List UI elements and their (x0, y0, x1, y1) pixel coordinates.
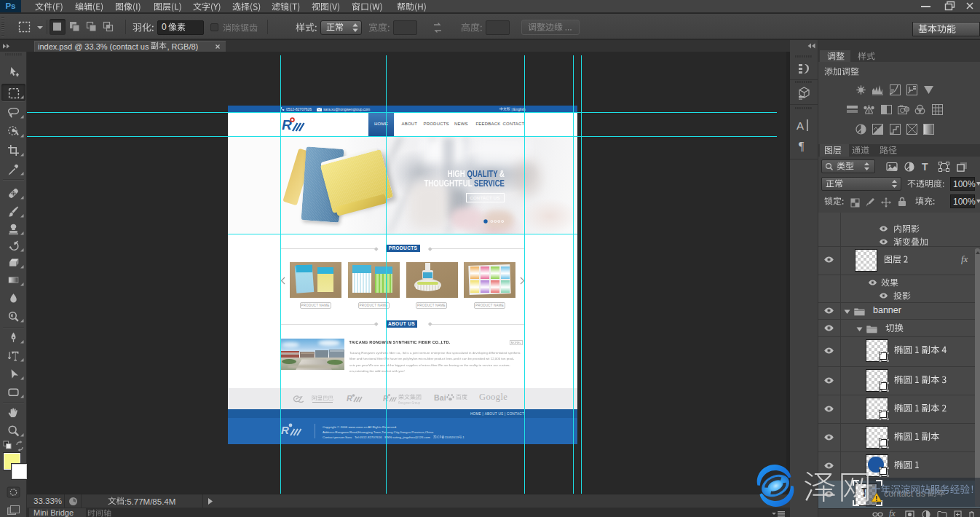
svg-text:¶: ¶ (799, 140, 805, 152)
svg-text:A: A (797, 119, 804, 132)
svg-text:R: R (347, 394, 352, 403)
svg-text:R: R (281, 424, 289, 436)
